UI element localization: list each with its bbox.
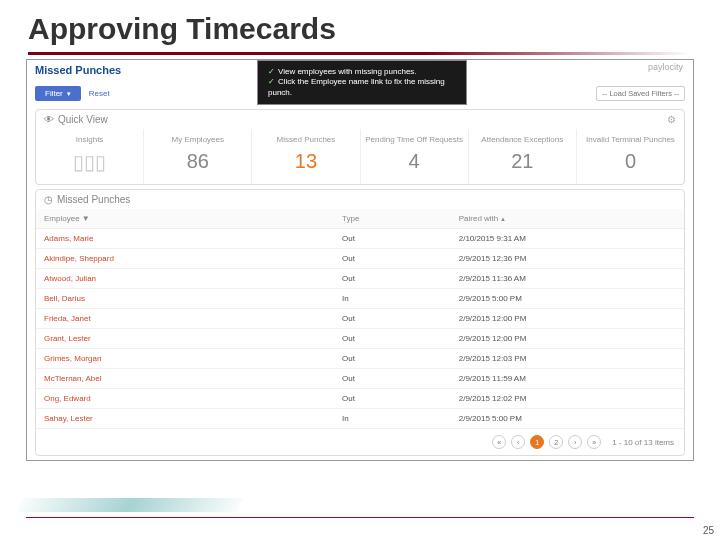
qv-label: Missed Punches	[254, 135, 357, 144]
missed-punches-panel: ◷ Missed Punches Employee ▼ Type Paired …	[35, 189, 685, 456]
table-row: Frieda, JanetOut2/9/2015 12:00 PM	[36, 309, 684, 329]
slide-page-number: 25	[703, 525, 714, 536]
brand-logo: paylocity	[648, 62, 683, 72]
qv-label: Pending Time Off Requests	[363, 135, 466, 144]
missed-punches-title: Missed Punches	[57, 194, 130, 205]
table-row: Ong, EdwardOut2/9/2015 12:02 PM	[36, 389, 684, 409]
quick-view-title: Quick View	[58, 114, 108, 125]
check-icon: ✓	[268, 77, 275, 86]
qv-value: 21	[471, 150, 574, 173]
title-underline	[28, 52, 692, 55]
decorative-line	[26, 517, 694, 518]
chevron-down-icon: ▾	[67, 90, 71, 98]
qv-value: 86	[146, 150, 249, 173]
cell-paired: 2/9/2015 12:03 PM	[451, 349, 684, 369]
cell-paired: 2/9/2015 5:00 PM	[451, 409, 684, 429]
pager-next[interactable]: ›	[568, 435, 582, 449]
employee-link[interactable]: Sahay, Lester	[36, 409, 334, 429]
cell-type: Out	[334, 389, 451, 409]
pager-page-1[interactable]: 1	[530, 435, 544, 449]
pager-page-2[interactable]: 2	[549, 435, 563, 449]
employee-link[interactable]: Frieda, Janet	[36, 309, 334, 329]
employee-link[interactable]: Atwood, Julian	[36, 269, 334, 289]
table-row: Grimes, MorganOut2/9/2015 12:03 PM	[36, 349, 684, 369]
qv-insights[interactable]: Insights ▯▯▯	[36, 129, 144, 184]
cell-paired: 2/9/2015 12:36 PM	[451, 249, 684, 269]
load-saved-filters[interactable]: -- Load Saved Filters --	[596, 86, 685, 101]
missed-punches-header: ◷ Missed Punches	[36, 190, 684, 209]
clock-icon: ◷	[44, 194, 53, 205]
tip-line-1: View employees with missing punches.	[278, 67, 417, 76]
check-icon: ✓	[268, 67, 275, 76]
qv-missed-punches[interactable]: Missed Punches 13	[252, 129, 360, 184]
cell-paired: 2/9/2015 12:00 PM	[451, 309, 684, 329]
quick-view-panel: 👁 Quick View ⚙ Insights ▯▯▯ My Employees…	[35, 109, 685, 185]
qv-value: 4	[363, 150, 466, 173]
tip-line-2: Click the Employee name link to fix the …	[268, 77, 445, 96]
gear-icon[interactable]: ⚙	[667, 114, 676, 125]
table-row: Atwood, JulianOut2/9/2015 11:36 AM	[36, 269, 684, 289]
qv-label: Attendance Exceptions	[471, 135, 574, 144]
cell-type: Out	[334, 269, 451, 289]
pager-prev[interactable]: ‹	[511, 435, 525, 449]
table-row: Sahay, LesterIn2/9/2015 5:00 PM	[36, 409, 684, 429]
pager-range: 1 - 10 of 13 items	[612, 438, 674, 447]
slide-title: Approving Timecards	[0, 0, 720, 52]
qv-attendance-exceptions[interactable]: Attendance Exceptions 21	[469, 129, 577, 184]
qv-label: Insights	[38, 135, 141, 144]
quick-view-header: 👁 Quick View ⚙	[36, 110, 684, 129]
qv-pending-timeoff[interactable]: Pending Time Off Requests 4	[361, 129, 469, 184]
cell-type: In	[334, 409, 451, 429]
cell-type: Out	[334, 349, 451, 369]
cell-paired: 2/9/2015 12:00 PM	[451, 329, 684, 349]
employee-link[interactable]: Adams, Marie	[36, 229, 334, 249]
cell-paired: 2/10/2015 9:31 AM	[451, 229, 684, 249]
table-header-row: Employee ▼ Type Paired with	[36, 209, 684, 229]
filter-button[interactable]: Filter ▾	[35, 86, 81, 101]
cell-type: Out	[334, 229, 451, 249]
missed-punches-table: Employee ▼ Type Paired with Adams, Marie…	[36, 209, 684, 429]
table-row: Akindipe, SheppardOut2/9/2015 12:36 PM	[36, 249, 684, 269]
qv-label: Invalid Terminal Punches	[579, 135, 682, 144]
employee-link[interactable]: Akindipe, Sheppard	[36, 249, 334, 269]
employee-link[interactable]: Grimes, Morgan	[36, 349, 334, 369]
filter-label: Filter	[45, 89, 63, 98]
qv-invalid-terminal[interactable]: Invalid Terminal Punches 0	[577, 129, 684, 184]
cell-paired: 2/9/2015 11:59 AM	[451, 369, 684, 389]
decorative-swoosh	[17, 498, 242, 512]
cell-type: In	[334, 289, 451, 309]
col-paired-with[interactable]: Paired with	[451, 209, 684, 229]
table-row: Grant, LesterOut2/9/2015 12:00 PM	[36, 329, 684, 349]
qv-my-employees[interactable]: My Employees 86	[144, 129, 252, 184]
cell-type: Out	[334, 249, 451, 269]
cell-type: Out	[334, 309, 451, 329]
cell-paired: 2/9/2015 5:00 PM	[451, 289, 684, 309]
qv-label: My Employees	[146, 135, 249, 144]
col-type[interactable]: Type	[334, 209, 451, 229]
employee-link[interactable]: Bell, Darius	[36, 289, 334, 309]
cell-type: Out	[334, 369, 451, 389]
col-employee[interactable]: Employee ▼	[36, 209, 334, 229]
tip-callout: ✓View employees with missing punches. ✓C…	[257, 60, 467, 105]
qv-value: 0	[579, 150, 682, 173]
cell-type: Out	[334, 329, 451, 349]
quick-view-grid: Insights ▯▯▯ My Employees 86 Missed Punc…	[36, 129, 684, 184]
bar-chart-icon: ▯▯▯	[73, 150, 106, 174]
page-title: Missed Punches	[35, 64, 121, 76]
employee-link[interactable]: Ong, Edward	[36, 389, 334, 409]
app-header: Missed Punches ✓View employees with miss…	[27, 60, 693, 82]
table-row: Adams, MarieOut2/10/2015 9:31 AM	[36, 229, 684, 249]
table-row: Bell, DariusIn2/9/2015 5:00 PM	[36, 289, 684, 309]
employee-link[interactable]: McTiernan, Abel	[36, 369, 334, 389]
cell-paired: 2/9/2015 11:36 AM	[451, 269, 684, 289]
pager: « ‹ 1 2 › » 1 - 10 of 13 items	[36, 429, 684, 455]
eye-icon: 👁	[44, 114, 54, 125]
reset-link[interactable]: Reset	[89, 89, 110, 98]
app-frame: Missed Punches ✓View employees with miss…	[26, 59, 694, 461]
table-row: McTiernan, AbelOut2/9/2015 11:59 AM	[36, 369, 684, 389]
employee-link[interactable]: Grant, Lester	[36, 329, 334, 349]
qv-value: 13	[254, 150, 357, 173]
pager-last[interactable]: »	[587, 435, 601, 449]
pager-first[interactable]: «	[492, 435, 506, 449]
cell-paired: 2/9/2015 12:02 PM	[451, 389, 684, 409]
